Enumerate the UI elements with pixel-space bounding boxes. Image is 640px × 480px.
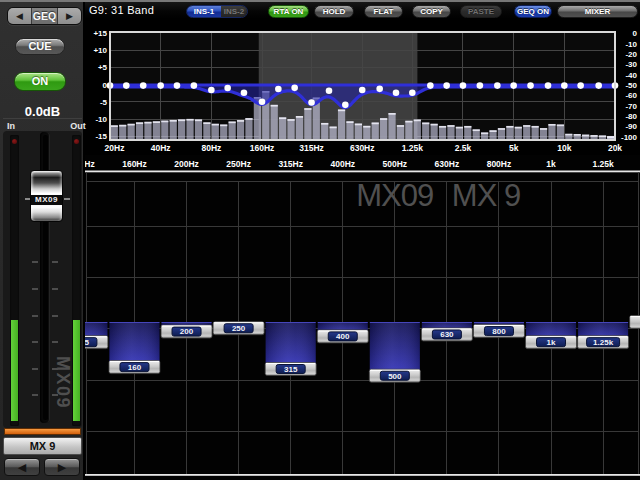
eq-band-dot-50[interactable] <box>174 82 181 89</box>
fader-zero-tick-right <box>64 198 70 200</box>
on-button[interactable]: ON <box>14 72 66 91</box>
band-fader-handle-125[interactable]: 125 <box>85 336 108 349</box>
eq-band-dot-31_5[interactable] <box>140 82 147 89</box>
selector-next-icon[interactable]: ▶ <box>58 8 81 24</box>
svg-text:200: 200 <box>180 327 194 336</box>
ytick-right: -60 <box>625 91 637 100</box>
ins-1-button[interactable]: INS-1 <box>187 6 221 17</box>
flat-button[interactable]: FLAT <box>364 5 403 18</box>
xtick: 40Hz <box>151 143 171 153</box>
channel-color-bar <box>4 428 81 435</box>
mixer-button[interactable]: MIXER <box>557 5 638 18</box>
xtick: 20k <box>608 143 622 153</box>
band-label-800: 800Hz <box>487 159 512 169</box>
eq-band-dot-1600[interactable] <box>427 82 434 89</box>
band-fader-handle-200[interactable]: 200 <box>161 325 212 338</box>
ytick-left: +5 <box>98 63 108 72</box>
eq-band-dot-25[interactable] <box>123 82 130 89</box>
channel-fader-handle[interactable]: MX09 <box>30 170 63 222</box>
eq-band-dot-630[interactable] <box>359 87 366 94</box>
eq-band-dot-250[interactable] <box>291 85 298 92</box>
eq-band-dot-500[interactable] <box>342 102 349 109</box>
channel-name: MX 9 <box>3 437 82 455</box>
eq-band-dot-4000[interactable] <box>494 82 501 89</box>
xtick: 160Hz <box>250 143 275 153</box>
prev-channel-button[interactable]: ◀ <box>4 458 40 476</box>
selector-prev-icon[interactable]: ◀ <box>8 8 31 24</box>
band-label-125: 125Hz <box>85 159 95 169</box>
svg-text:800: 800 <box>492 327 506 336</box>
eq-band-dot-315[interactable] <box>308 99 315 106</box>
ytick-right: -30 <box>625 60 637 69</box>
eq-band-dot-160[interactable] <box>259 98 266 105</box>
band-fader-handle-160[interactable]: 160 <box>109 361 160 374</box>
xtick: 630Hz <box>350 143 375 153</box>
eq-band-dot-100[interactable] <box>224 85 231 92</box>
eq-band-dot-1250[interactable] <box>409 90 416 97</box>
eq-band-dot-2500[interactable] <box>460 82 467 89</box>
rta-on-button[interactable]: RTA ON <box>268 5 309 18</box>
eq-band-dot-1000[interactable] <box>393 90 400 97</box>
ytick-left: -10 <box>95 115 107 124</box>
svg-text:1.25k: 1.25k <box>593 338 614 347</box>
meter-in-label: In <box>2 121 20 131</box>
selector-label: GEQ <box>31 8 58 24</box>
band-fader-handle-630[interactable]: 630 <box>421 328 472 341</box>
geq-fader-chart[interactable]: 125Hz160Hz200Hz250Hz315Hz400Hz500Hz630Hz… <box>85 155 640 480</box>
fader-handle-label: MX09 <box>31 195 62 205</box>
ytick-right: -40 <box>625 71 637 80</box>
band-fader-handle-1k[interactable]: 1k <box>526 336 577 349</box>
fader-scale-tick <box>52 368 58 370</box>
band-label-400: 400Hz <box>330 159 355 169</box>
band-fader-handle-1.25k[interactable]: 1.25k <box>578 336 629 349</box>
fader-scale-tick <box>52 341 58 343</box>
band-label-500: 500Hz <box>383 159 408 169</box>
eq-band-dot-8000[interactable] <box>545 82 552 89</box>
next-channel-button[interactable]: ▶ <box>44 458 80 476</box>
svg-text:315: 315 <box>284 365 298 374</box>
fader-scale-tick <box>52 261 58 263</box>
geq-title: G9: 31 Band <box>89 4 154 16</box>
hold-button[interactable]: HOLD <box>314 5 354 18</box>
eq-band-dot-800[interactable] <box>376 86 383 93</box>
eq-band-dot-125[interactable] <box>241 90 248 97</box>
band-label-630: 630Hz <box>435 159 460 169</box>
eq-band-dot-10000[interactable] <box>561 82 568 89</box>
band-fader-handle-250[interactable]: 250 <box>213 322 264 335</box>
eq-band-dot-3150[interactable] <box>477 82 484 89</box>
fader-scale-tick <box>32 341 38 343</box>
band-label-160: 160Hz <box>122 159 147 169</box>
paste-button[interactable]: PASTE <box>460 5 502 18</box>
eq-band-dot-63[interactable] <box>191 82 198 89</box>
eq-response-chart[interactable]: +15+10+50-5-10-150-10-20-30-40-50-60-70-… <box>85 18 640 155</box>
fader-section-top-separator <box>85 171 640 173</box>
band-fader-handle-500[interactable]: 500 <box>369 369 420 382</box>
band-fader-handle-315[interactable]: 315 <box>265 363 316 376</box>
band-fader-handle-400[interactable]: 400 <box>317 330 368 343</box>
fader-scale-tick <box>32 368 38 370</box>
eq-band-dot-12500[interactable] <box>577 82 584 89</box>
input-clip-led <box>12 139 17 144</box>
output-meter-level <box>73 320 80 421</box>
cue-button[interactable]: CUE <box>15 38 65 55</box>
ins-2-button[interactable]: INS-2 <box>221 6 247 17</box>
eq-band-dot-16000[interactable] <box>595 82 602 89</box>
eq-band-dot-80[interactable] <box>208 87 215 94</box>
band-fader-handle-1.6k[interactable]: 1.6k <box>630 316 640 329</box>
channel-sidebar: ◀ GEQ ▶ CUE ON 0.0dB In Out MX09 MX09 MX… <box>0 0 85 480</box>
geq-on-button[interactable]: GEQ ON <box>514 5 552 18</box>
xtick: 20Hz <box>105 143 125 153</box>
eq-band-dot-200[interactable] <box>275 86 282 93</box>
eq-band-dot-400[interactable] <box>326 87 333 94</box>
band-fader-handle-800[interactable]: 800 <box>473 325 524 338</box>
eq-band-dot-40[interactable] <box>157 82 164 89</box>
fader-scale-tick <box>32 288 38 290</box>
xtick: 5k <box>509 143 519 153</box>
xtick: 2.5k <box>455 143 472 153</box>
copy-button[interactable]: COPY <box>412 5 451 18</box>
eq-band-dot-5000[interactable] <box>510 82 517 89</box>
fader-scale-tick <box>32 315 38 317</box>
fader-scale-tick <box>52 315 58 317</box>
eq-band-dot-2000[interactable] <box>443 82 450 89</box>
eq-band-dot-6300[interactable] <box>527 82 534 89</box>
